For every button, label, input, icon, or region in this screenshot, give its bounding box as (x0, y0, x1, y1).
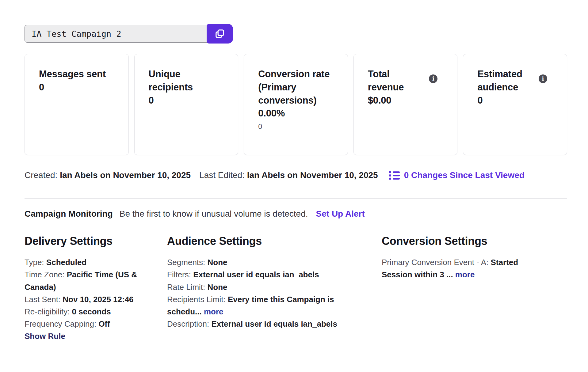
delivery-settings-heading: Delivery Settings (25, 235, 143, 248)
delivery-last-sent-row: Last Sent: Nov 10, 2025 12:46 (25, 293, 143, 306)
changes-since-last-viewed-link[interactable]: 0 Changes Since Last Viewed (389, 170, 525, 180)
delivery-type-row: Type: Scheduled (25, 256, 143, 268)
campaign-name-input[interactable] (25, 25, 210, 43)
conversion-event-more-link[interactable]: more (455, 270, 475, 279)
audience-description-row: Description: External user id equals ian… (167, 318, 357, 330)
stats-cards: Messages sent 0 Unique recipients 0 Conv… (25, 54, 567, 155)
conversion-settings-heading: Conversion Settings (382, 235, 547, 248)
created-info: Created: Ian Abels on November 10, 2025 (25, 170, 191, 180)
stat-title: Messages sent (39, 68, 114, 81)
set-up-alert-link[interactable]: Set Up Alert (316, 209, 365, 219)
last-edited-value: Ian Abels on November 10, 2025 (247, 170, 378, 180)
info-icon[interactable]: i (539, 74, 547, 83)
campaign-monitoring-row: Campaign Monitoring Be the first to know… (25, 209, 567, 219)
conversion-settings-section: Conversion Settings Primary Conversion E… (382, 235, 547, 342)
campaign-meta-row: Created: Ian Abels on November 10, 2025 … (25, 170, 567, 180)
created-value: Ian Abels on November 10, 2025 (60, 170, 191, 180)
stat-value: 0 (39, 81, 114, 94)
stat-title: Unique recipients (149, 68, 224, 94)
stat-card-conversion-rate: Conversion rate (Primary conversions) 0.… (244, 54, 348, 155)
audience-settings-heading: Audience Settings (167, 235, 357, 248)
stat-value: 0 (149, 94, 224, 107)
monitoring-description: Be the first to know if unusual volume i… (120, 209, 308, 219)
campaign-detail-page: Messages sent 0 Unique recipients 0 Conv… (0, 0, 588, 342)
copy-button[interactable] (207, 24, 233, 44)
copy-icon (214, 28, 226, 40)
changelog-list-icon (389, 171, 400, 180)
section-divider (25, 198, 567, 199)
stat-card-total-revenue: Total revenue i $0.00 (353, 54, 458, 155)
created-label: Created: (25, 170, 60, 180)
last-edited-label: Last Edited: (199, 170, 247, 180)
stat-card-estimated-audience: Estimated audience i 0 (463, 54, 567, 155)
settings-grid: Delivery Settings Type: Scheduled Time Z… (25, 235, 567, 342)
audience-recipients-limit-row: Recipients Limit: Every time this Campai… (167, 293, 357, 318)
stat-title: Conversion rate (Primary conversions) (258, 68, 334, 107)
audience-segments-row: Segments: None (167, 256, 357, 268)
stat-value: 0.00% (258, 107, 334, 120)
delivery-timezone-row: Time Zone: Pacific Time (US & Canada) (25, 268, 143, 293)
changes-link-label: 0 Changes Since Last Viewed (404, 170, 525, 180)
show-rule-link[interactable]: Show Rule (25, 332, 65, 342)
delivery-settings-section: Delivery Settings Type: Scheduled Time Z… (25, 235, 143, 342)
delivery-frequency-capping-row: Frequency Capping: Off (25, 318, 143, 330)
stat-card-messages-sent: Messages sent 0 (25, 54, 129, 155)
delivery-re-eligibility-row: Re-eligibility: 0 seconds (25, 306, 143, 318)
audience-settings-section: Audience Settings Segments: None Filters… (167, 235, 357, 342)
audience-rate-limit-row: Rate Limit: None (167, 281, 357, 293)
monitoring-title: Campaign Monitoring (25, 209, 113, 219)
primary-conversion-event-row: Primary Conversion Event - A: Started Se… (382, 256, 547, 281)
stat-sub-value: 0 (258, 123, 334, 131)
stat-card-unique-recipients: Unique recipients 0 (134, 54, 239, 155)
stat-value: $0.00 (368, 94, 443, 107)
stat-value: 0 (477, 94, 553, 107)
campaign-name-row (25, 24, 567, 44)
recipients-limit-more-link[interactable]: more (204, 307, 223, 316)
last-edited-info: Last Edited: Ian Abels on November 10, 2… (199, 170, 378, 180)
audience-filters-row: Filters: External user id equals ian_abe… (167, 268, 357, 281)
